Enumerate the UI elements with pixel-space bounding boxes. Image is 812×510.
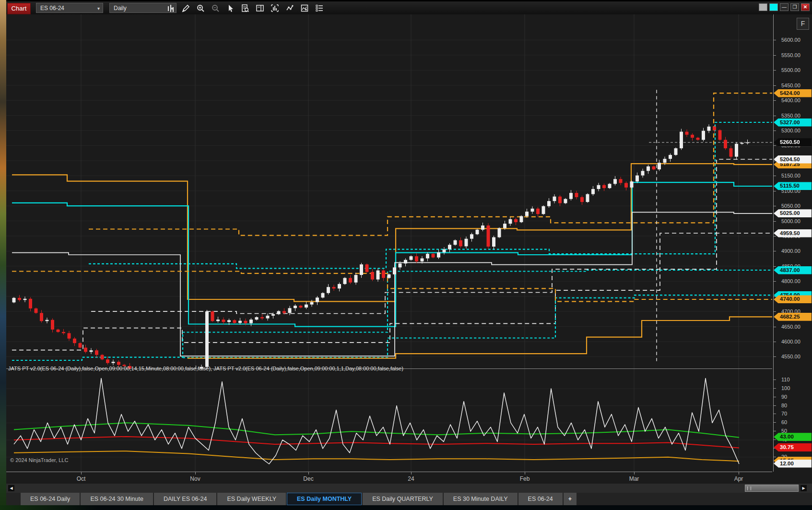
axis-tick xyxy=(774,236,776,237)
candle-up xyxy=(674,148,678,155)
candle-up xyxy=(238,321,242,323)
candle-down xyxy=(652,166,656,169)
candle-down xyxy=(713,127,716,130)
white-solid-level-line xyxy=(12,212,772,356)
workspace-tabs: ES 06-24 DailyES 06-24 30 MinuteDAILY ES… xyxy=(6,493,812,505)
candle-down xyxy=(691,135,694,138)
fixed-scale-button[interactable]: F xyxy=(797,18,809,30)
add-tab-button[interactable]: + xyxy=(564,493,577,505)
candle-up xyxy=(421,259,424,261)
snapshot-icon[interactable] xyxy=(299,3,310,13)
indicator-pane[interactable] xyxy=(6,368,772,472)
candle-down xyxy=(432,254,435,258)
workspace-cyan-button[interactable] xyxy=(769,3,778,11)
candle-down xyxy=(365,264,369,272)
candle-down xyxy=(18,298,21,300)
price-tick-label: 4600.00 xyxy=(781,338,800,345)
restore-button[interactable]: ❐ xyxy=(790,3,799,11)
candle-up xyxy=(360,264,363,275)
candle-down xyxy=(95,350,98,355)
candle-up xyxy=(465,239,468,247)
candle-up xyxy=(255,317,259,320)
price-level-marker: 4959.50 xyxy=(774,229,812,237)
candle-down xyxy=(718,130,722,140)
candle-up xyxy=(647,166,650,171)
month-tick xyxy=(739,472,739,474)
tab-daily-es-06-24[interactable]: DAILY ES 06-24 xyxy=(154,493,217,505)
workspace-gray-button[interactable] xyxy=(759,3,767,11)
candle-up xyxy=(613,179,617,184)
tab-es-06-24[interactable]: ES 06-24 xyxy=(518,493,563,505)
candle-down xyxy=(382,271,385,278)
axis-tick xyxy=(774,356,776,357)
polyline-icon[interactable] xyxy=(284,3,295,13)
scrollbar-grip xyxy=(747,486,751,490)
candle-up xyxy=(327,287,330,293)
chart-menu-button[interactable]: Chart xyxy=(7,3,31,14)
price-level-marker: 4837.00 xyxy=(774,266,812,274)
candle-up xyxy=(90,350,93,352)
instrument-dropdown[interactable]: ES 06-24 ▾ xyxy=(36,3,103,13)
candle-down xyxy=(299,306,303,308)
chart-trader-icon[interactable] xyxy=(255,3,265,13)
tab-es-daily-monthly[interactable]: ES Daily MONTHLY xyxy=(287,493,362,505)
candle-up xyxy=(635,176,639,182)
chart-style-icon[interactable] xyxy=(165,3,176,13)
candle-up xyxy=(542,206,545,214)
zoom-in-icon[interactable] xyxy=(195,3,206,13)
candle-up xyxy=(641,171,645,175)
candle-up xyxy=(707,127,711,131)
month-label: Feb xyxy=(510,475,539,482)
tab-es-06-24-30-minute[interactable]: ES 06-24 30 Minute xyxy=(81,493,153,505)
candle-up xyxy=(746,142,749,143)
orange-dashed-level-line xyxy=(12,272,772,302)
axis-tick xyxy=(774,380,776,380)
horizontal-scrollbar[interactable]: ◀ ▶ xyxy=(6,484,812,493)
time-axis[interactable]: OctNovDec24FebMarApr xyxy=(6,472,772,484)
candle-up xyxy=(702,131,705,140)
price-pane[interactable] xyxy=(6,14,772,368)
candle-down xyxy=(514,219,518,222)
price-tick-label: 4800.00 xyxy=(781,278,800,285)
indicator-panel-icon[interactable] xyxy=(270,3,280,13)
candle-up xyxy=(227,320,231,322)
month-tick xyxy=(634,472,635,474)
price-tick-label: 5550.00 xyxy=(781,52,800,59)
data-box-icon[interactable] xyxy=(240,3,250,13)
cyan-dashed-level-line xyxy=(12,270,772,360)
month-label: Apr xyxy=(724,475,753,482)
tab-es-06-24-daily[interactable]: ES 06-24 Daily xyxy=(21,493,80,505)
close-button[interactable]: ✕ xyxy=(801,3,810,11)
indicator-tick-label: 80 xyxy=(781,402,787,409)
candle-up xyxy=(338,284,341,288)
scroll-left-arrow-icon[interactable]: ◀ xyxy=(8,485,14,491)
price-chart-svg xyxy=(6,14,772,368)
candle-up xyxy=(46,320,49,321)
candle-up xyxy=(735,144,738,157)
candle-down xyxy=(57,330,60,332)
minimize-button[interactable]: — xyxy=(780,3,788,11)
candle-up xyxy=(354,275,358,283)
scrollbar-thumb[interactable] xyxy=(745,485,799,492)
cursor-icon[interactable] xyxy=(225,3,235,13)
indicator-value-marker: 30.75 xyxy=(774,443,812,451)
properties-icon[interactable] xyxy=(314,3,325,13)
tab-es-30-minute-daily[interactable]: ES 30 Minute DAILY xyxy=(444,493,518,505)
axis-tick xyxy=(774,431,776,431)
price-tick-label: 5450.00 xyxy=(781,82,800,89)
desktop-background-strip-bottom xyxy=(0,505,812,510)
candle-up xyxy=(399,263,402,267)
price-tick-label: 5600.00 xyxy=(781,36,800,43)
tab-es-daily-quarterly[interactable]: ES Daily QUARTERLY xyxy=(363,493,443,505)
price-tick-label: 4900.00 xyxy=(781,248,800,254)
indicator-label: JATS PT v2.0(ES 06-24 (Daily),false,Open… xyxy=(8,366,728,371)
candle-up xyxy=(492,237,495,247)
indicator-tick-label: 90 xyxy=(781,393,787,400)
scroll-right-arrow-icon[interactable]: ▶ xyxy=(800,485,807,491)
pencil-icon[interactable] xyxy=(180,3,191,13)
zoom-out-icon[interactable] xyxy=(210,3,221,13)
tab-es-daily-weekly[interactable]: ES Daily WEEKLY xyxy=(217,493,286,505)
price-tick-label: 5400.00 xyxy=(781,97,800,104)
candle-up xyxy=(498,228,501,237)
candle-up xyxy=(503,224,506,228)
